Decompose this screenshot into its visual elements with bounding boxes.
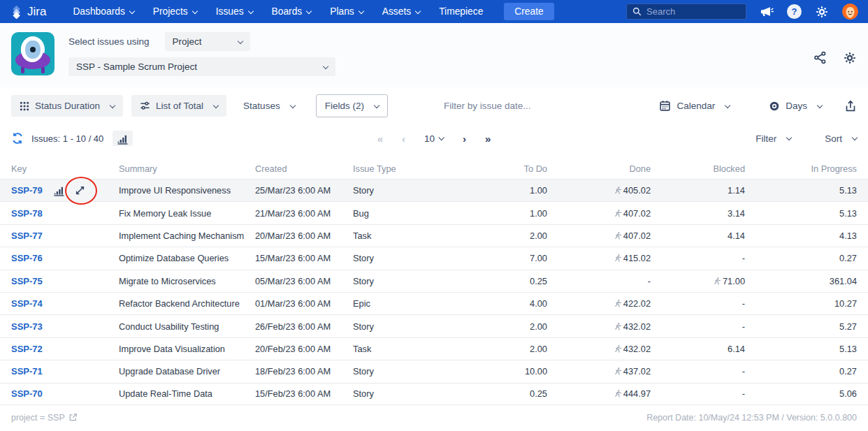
cell-todo: 7.00: [431, 253, 547, 263]
export-icon[interactable]: [844, 100, 857, 112]
cell-created: 26/Feb/23 6:00 AM: [255, 321, 353, 332]
table-row[interactable]: SSP-71 Upgrade Database Driver 18/Feb/23…: [0, 360, 868, 382]
jql-link[interactable]: project = SSP: [11, 413, 78, 423]
issue-key-link[interactable]: SSP-75: [11, 276, 43, 286]
nav-item-dashboards[interactable]: Dashboards: [73, 6, 133, 17]
top-nav: Jira Dashboards Projects Issues Boards P…: [0, 0, 868, 23]
cell-done: 407.02: [547, 231, 651, 241]
nav-item-plans[interactable]: Plans: [330, 6, 363, 17]
nav-item-timepiece[interactable]: Timepiece: [439, 6, 483, 17]
col-header-in-progress: In Progress: [745, 163, 857, 174]
nav-item-assets[interactable]: Assets: [382, 6, 420, 17]
global-search[interactable]: [626, 3, 746, 20]
report-toolbar: Status Duration List of Total Statuses F…: [0, 87, 868, 124]
days-unit-button[interactable]: Days: [760, 95, 830, 117]
project-select[interactable]: SSP - Sample Scrum Project: [68, 57, 335, 76]
last-page-button[interactable]: »: [485, 133, 491, 145]
next-page-button[interactable]: ›: [463, 133, 466, 145]
nav-item-boards[interactable]: Boards: [272, 6, 312, 17]
runner-icon: [613, 231, 622, 240]
chevron-down-icon: [306, 8, 312, 13]
issue-key-link[interactable]: SSP-72: [11, 344, 43, 354]
brand-text: Jira: [27, 5, 46, 19]
cell-done: 432.02: [547, 321, 651, 332]
avatar[interactable]: [842, 3, 858, 20]
cell-summary: Update Real-Time Data: [119, 388, 255, 399]
cell-in-progress: 0.27: [745, 253, 857, 263]
cell-done: 422.02: [547, 298, 651, 309]
issue-key-link[interactable]: SSP-79: [11, 185, 43, 196]
chevron-down-icon: [374, 102, 379, 108]
cell-in-progress: 4.13: [745, 231, 857, 241]
cell-blocked: 6.14: [651, 344, 745, 354]
table-row[interactable]: SSP-74 Refactor Backend Architecture 01/…: [0, 292, 868, 314]
page-size-select[interactable]: 10: [424, 133, 444, 144]
issue-date-filter-input[interactable]: [444, 101, 591, 111]
chevron-down-icon: [247, 8, 253, 13]
cell-todo: 10.00: [431, 366, 547, 377]
cell-done: -: [547, 276, 651, 286]
expand-icon[interactable]: [75, 185, 85, 196]
table-row[interactable]: SSP-73 Conduct Usability Testing 26/Feb/…: [0, 314, 868, 337]
cell-blocked: 71.00: [651, 276, 745, 286]
table-row[interactable]: SSP-76 Optimize Database Queries 15/Mar/…: [0, 247, 868, 269]
cell-done: 415.02: [547, 253, 651, 263]
cell-todo: 2.00: [431, 231, 547, 241]
table-row[interactable]: SSP-72 Improve Data Visualization 20/Feb…: [0, 337, 868, 360]
grid-icon: [20, 101, 29, 111]
issue-key-link[interactable]: SSP-73: [11, 321, 43, 332]
table-row[interactable]: SSP-75 Migrate to Microservices 05/Mar/2…: [0, 270, 868, 292]
cell-key: SSP-75: [11, 276, 119, 286]
calendar-button[interactable]: Calendar: [651, 94, 738, 117]
cell-created: 05/Mar/23 6:00 AM: [255, 276, 353, 286]
table-row[interactable]: SSP-70 Update Real-Time Data 15/Feb/23 6…: [0, 383, 868, 405]
share-icon[interactable]: [813, 51, 827, 64]
chevron-down-icon: [110, 102, 115, 108]
prev-page-button[interactable]: ‹: [402, 133, 405, 145]
announcements-megaphone-icon[interactable]: [760, 6, 774, 18]
help-icon[interactable]: ?: [787, 4, 802, 19]
cell-key: SSP-73: [11, 321, 119, 332]
report-date-label: Report Date: 10/May/24 12:53 PM / Versio…: [646, 413, 857, 423]
issue-key-link[interactable]: SSP-71: [11, 366, 43, 377]
issue-key-link[interactable]: SSP-76: [11, 253, 43, 263]
row-bar-chart-icon[interactable]: [53, 185, 65, 196]
sort-dropdown[interactable]: Sort: [825, 133, 857, 144]
table-body: SSP-79: [0, 179, 868, 405]
nav-item-issues[interactable]: Issues: [216, 6, 253, 17]
cell-todo: 2.00: [431, 321, 547, 332]
table-row[interactable]: SSP-78 Fix Memory Leak Issue 21/Mar/23 6…: [0, 201, 868, 224]
issues-count-label: Issues: 1 - 10 / 40: [31, 133, 103, 144]
list-of-total-button[interactable]: List of Total: [131, 95, 226, 117]
status-duration-button[interactable]: Status Duration: [11, 95, 123, 117]
chevron-down-icon: [786, 135, 792, 140]
create-button[interactable]: Create: [504, 3, 554, 20]
cell-todo: 0.25: [431, 276, 547, 286]
report-settings-gear-icon[interactable]: [843, 51, 857, 65]
issue-key-link[interactable]: SSP-70: [11, 388, 43, 399]
cell-created: 18/Feb/23 6:00 AM: [255, 366, 353, 377]
cell-in-progress: 10.27: [745, 298, 857, 309]
cell-key: SSP-76: [11, 253, 119, 263]
search-input[interactable]: [646, 6, 730, 17]
table-row[interactable]: SSP-79: [0, 179, 868, 201]
jira-logo[interactable]: Jira: [10, 4, 46, 19]
cell-issue-type: Task: [353, 344, 431, 354]
refresh-icon[interactable]: [11, 132, 24, 145]
issue-key-link[interactable]: SSP-78: [11, 208, 43, 219]
issue-source-select[interactable]: Project: [165, 32, 250, 51]
nav-item-projects[interactable]: Projects: [153, 6, 197, 17]
issue-key-link[interactable]: SSP-74: [11, 298, 43, 309]
cell-summary: Optimize Database Queries: [119, 253, 255, 263]
chevron-down-icon: [359, 8, 364, 13]
issue-key-link[interactable]: SSP-77: [11, 231, 43, 241]
report-footer: project = SSP Report Date: 10/May/24 12:…: [0, 405, 868, 423]
fields-button[interactable]: Fields (2): [316, 94, 388, 117]
chart-view-toggle[interactable]: [113, 131, 133, 146]
filter-dropdown[interactable]: Filter: [755, 133, 791, 144]
cell-done: 432.02: [547, 344, 651, 354]
first-page-button[interactable]: «: [377, 133, 383, 145]
settings-gear-icon[interactable]: [815, 5, 829, 19]
table-row[interactable]: SSP-77 Implement Caching Mechanism 20/Ma…: [0, 224, 868, 247]
statuses-button[interactable]: Statuses: [235, 95, 303, 117]
